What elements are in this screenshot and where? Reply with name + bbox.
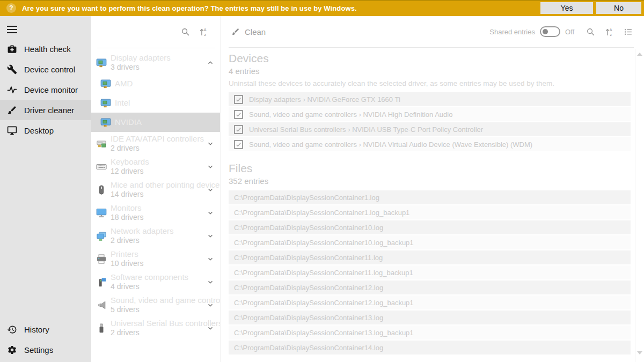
clean-title-label: Clean bbox=[245, 27, 266, 36]
sidebar-item-label: Settings bbox=[24, 345, 53, 354]
no-button[interactable]: No bbox=[596, 2, 641, 14]
svg-text:A: A bbox=[204, 28, 207, 32]
display-adapter-icon bbox=[100, 98, 111, 108]
clean-title: Clean bbox=[231, 27, 266, 36]
device-group-count: 12 drivers bbox=[111, 167, 149, 176]
tree-item-nvidia[interactable]: NVIDIA bbox=[91, 113, 220, 132]
file-entry-row: C:\ProgramData\DisplaySessionContainer13… bbox=[229, 311, 631, 324]
sidebar-item-label: History bbox=[24, 325, 49, 334]
search-icon[interactable] bbox=[181, 27, 190, 36]
chevron-down-icon[interactable] bbox=[207, 232, 214, 240]
tree-item-mice-and-other-pointing-devices[interactable]: Mice and other pointing devices14 driver… bbox=[91, 178, 220, 201]
device-entry-row[interactable]: Universal Serial Bus controllers › NVIDI… bbox=[229, 122, 631, 136]
checkbox-checked-icon[interactable] bbox=[234, 140, 243, 149]
sidebar-item-history[interactable]: History bbox=[0, 319, 91, 339]
file-path-label: C:\ProgramData\DisplaySessionContainer10… bbox=[234, 239, 414, 247]
file-path-label: C:\ProgramData\DisplaySessionContainer11… bbox=[234, 269, 413, 277]
chevron-down-icon[interactable] bbox=[207, 140, 214, 147]
chevron-down-icon[interactable] bbox=[207, 278, 214, 286]
file-entry-row: C:\ProgramData\DisplaySessionContainer12… bbox=[229, 295, 631, 309]
device-group-label: Universal Serial Bus controllers bbox=[111, 319, 220, 328]
help-icon: ? bbox=[6, 3, 16, 13]
device-group-label: NVIDIA bbox=[115, 117, 142, 127]
device-group-label: IDE ATA/ATAPI controllers bbox=[111, 134, 204, 144]
list-view-icon[interactable] bbox=[624, 27, 633, 36]
device-group-label: Intel bbox=[115, 98, 130, 107]
scrollbar[interactable] bbox=[635, 49, 644, 362]
clean-content: Devices 4 entries Uninstall these device… bbox=[221, 48, 644, 362]
file-path-label: C:\ProgramData\DisplaySessionContainer12… bbox=[234, 284, 383, 292]
file-path-label: C:\ProgramData\DisplaySessionContainer10… bbox=[234, 224, 383, 232]
clean-header: Clean Shared entries Off Az bbox=[221, 16, 644, 47]
toggle-knob bbox=[543, 29, 548, 34]
device-entry-row[interactable]: Display adapters › NVIDIA GeForce GTX 16… bbox=[229, 92, 631, 106]
printer-icon bbox=[96, 254, 107, 264]
tree-item-sound-video-and-game-controllers[interactable]: Sound, video and game controllers5 drive… bbox=[91, 293, 220, 316]
chevron-down-icon[interactable] bbox=[207, 209, 214, 217]
device-entry-row[interactable]: Sound, video and game controllers › NVID… bbox=[229, 107, 631, 121]
banner-message: Are you sure you want to perform this cl… bbox=[22, 4, 537, 12]
sort-icon[interactable]: Az bbox=[605, 27, 614, 36]
device-group-label: Sound, video and game controllers bbox=[111, 295, 220, 305]
scroll-down-arrow[interactable] bbox=[637, 351, 642, 354]
scroll-up-arrow[interactable] bbox=[637, 53, 642, 56]
checkbox-checked-icon[interactable] bbox=[234, 125, 243, 134]
device-group-count: 5 drivers bbox=[111, 305, 220, 314]
tree-item-monitors[interactable]: Monitors18 drivers bbox=[91, 201, 220, 224]
checkbox-checked-icon[interactable] bbox=[234, 95, 243, 104]
device-group-count: 3 drivers bbox=[111, 63, 171, 72]
svg-text:z: z bbox=[204, 33, 207, 36]
tree-item-network-adapters[interactable]: Network adapters2 drivers bbox=[91, 224, 220, 247]
sidebar-item-device-control[interactable]: Device control bbox=[0, 59, 91, 79]
device-group-count: 10 drivers bbox=[111, 259, 143, 268]
tree-item-universal-serial-bus-controllers[interactable]: Universal Serial Bus controllers2 driver… bbox=[91, 316, 220, 339]
network-adapter-icon bbox=[96, 231, 107, 241]
software-component-icon bbox=[96, 277, 107, 287]
sort-icon[interactable]: Az bbox=[199, 27, 208, 36]
chevron-down-icon[interactable] bbox=[207, 301, 214, 309]
tree-item-ide-ata-atapi-controllers[interactable]: IDE ATA/ATAPI controllers2 drivers bbox=[91, 132, 220, 155]
tree-item-software-components[interactable]: Software components4 drivers bbox=[91, 270, 220, 293]
tree-item-keyboards[interactable]: Keyboards12 drivers bbox=[91, 155, 220, 178]
checkbox-checked-icon[interactable] bbox=[234, 110, 243, 119]
sidebar-item-health-check[interactable]: Health check bbox=[0, 39, 91, 59]
shared-entries-toggle[interactable] bbox=[540, 26, 560, 37]
search-icon[interactable] bbox=[586, 27, 595, 36]
toggle-state-label: Off bbox=[565, 28, 574, 36]
app-window: ? Are you sure you want to perform this … bbox=[0, 0, 644, 362]
file-entry-row: C:\ProgramData\DisplaySessionContainer12… bbox=[229, 280, 631, 294]
file-path-label: C:\ProgramData\DisplaySessionContainer11… bbox=[234, 254, 383, 262]
yes-button[interactable]: Yes bbox=[540, 2, 593, 14]
file-entry-list: C:\ProgramData\DisplaySessionContainer1.… bbox=[229, 190, 631, 354]
sidebar-item-driver-cleaner[interactable]: Driver cleaner bbox=[0, 100, 91, 120]
chevron-down-icon[interactable] bbox=[207, 324, 214, 332]
sidebar-item-device-monitor[interactable]: Device monitor bbox=[0, 79, 91, 100]
file-entry-row: C:\ProgramData\DisplaySessionContainer11… bbox=[229, 250, 631, 264]
tree-item-amd[interactable]: AMD bbox=[91, 74, 220, 93]
tree-item-intel[interactable]: Intel bbox=[91, 93, 220, 113]
chevron-down-icon[interactable] bbox=[207, 163, 214, 171]
devices-description: Uninstall these devices to accurately cl… bbox=[229, 79, 631, 87]
menu-button[interactable] bbox=[0, 20, 91, 39]
chevron-down-icon[interactable] bbox=[207, 186, 214, 194]
device-group-label: Software components bbox=[111, 272, 188, 282]
files-count: 352 entries bbox=[229, 176, 631, 186]
sidebar-item-label: Driver cleaner bbox=[24, 106, 74, 115]
file-path-label: C:\ProgramData\DisplaySessionContainer1.… bbox=[234, 194, 379, 202]
sidebar-item-settings[interactable]: Settings bbox=[0, 339, 91, 360]
file-entry-row: C:\ProgramData\DisplaySessionContainer14… bbox=[229, 341, 631, 354]
device-group-label: Monitors bbox=[111, 203, 143, 213]
devices-section: Devices 4 entries Uninstall these device… bbox=[229, 52, 631, 151]
chevron-up-icon[interactable] bbox=[207, 59, 214, 67]
chevron-down-icon[interactable] bbox=[207, 255, 214, 263]
tree-item-printers[interactable]: Printers10 drivers bbox=[91, 247, 220, 270]
sidebar-nav: Health check Device control Device monit… bbox=[0, 39, 91, 141]
sidebar-item-desktop[interactable]: Desktop bbox=[0, 120, 91, 141]
health-check-icon bbox=[7, 44, 17, 54]
pulse-icon bbox=[7, 85, 17, 95]
keyboard-icon bbox=[96, 161, 107, 172]
files-title: Files bbox=[229, 162, 631, 175]
device-entry-row[interactable]: Sound, video and game controllers › NVID… bbox=[229, 137, 631, 151]
device-entry-list: Display adapters › NVIDIA GeForce GTX 16… bbox=[229, 92, 631, 151]
tree-item-display-adapters[interactable]: Display adapters3 drivers bbox=[91, 51, 220, 74]
